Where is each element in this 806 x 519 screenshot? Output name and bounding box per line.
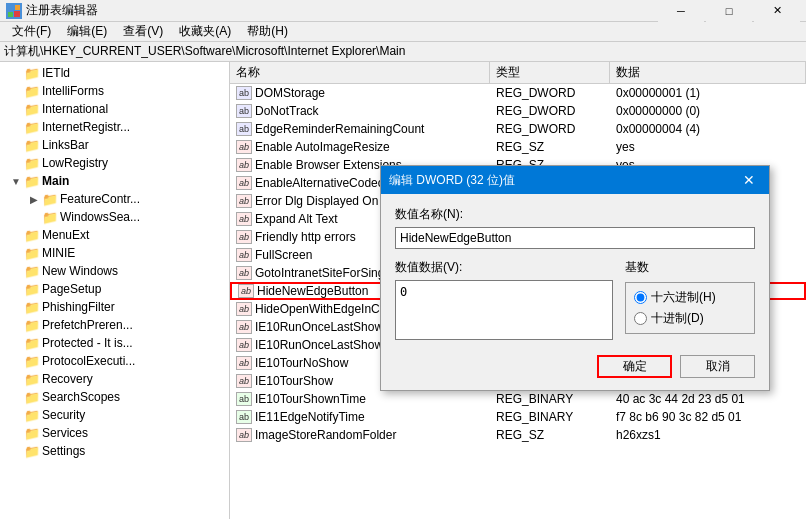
list-row[interactable]: ab IE10TourShownTime REG_BINARY 40 ac 3c… xyxy=(230,390,806,408)
menu-item-a[interactable]: 收藏夹(A) xyxy=(171,21,239,42)
cell-name: ab DoNotTrack xyxy=(230,104,490,118)
tree-label: Main xyxy=(42,174,69,188)
tree-item-main[interactable]: ▼📁Main xyxy=(0,172,229,190)
row-name-text: IE11EdgeNotifyTime xyxy=(255,410,365,424)
svg-rect-2 xyxy=(8,12,13,17)
sz-icon: ab xyxy=(236,248,252,262)
tree-item-phishingfilter[interactable]: 📁PhishingFilter xyxy=(0,298,229,316)
tree-label: PrefetchPreren... xyxy=(42,318,133,332)
folder-icon: 📁 xyxy=(24,66,40,80)
header-name[interactable]: 名称 xyxy=(230,62,490,83)
dec-radio-label[interactable]: 十进制(D) xyxy=(634,310,746,327)
hex-radio-label[interactable]: 十六进制(H) xyxy=(634,289,746,306)
dword-icon: ab xyxy=(236,104,252,118)
header-data[interactable]: 数据 xyxy=(610,62,806,83)
tree-item-security[interactable]: 📁Security xyxy=(0,406,229,424)
svg-rect-3 xyxy=(14,11,20,17)
radio-group: 十六进制(H) 十进制(D) xyxy=(625,282,755,334)
menu-item-h[interactable]: 帮助(H) xyxy=(239,21,296,42)
tree-item-protected[interactable]: 📁Protected - It is... xyxy=(0,334,229,352)
list-header: 名称 类型 数据 xyxy=(230,62,806,84)
sz-icon: ab xyxy=(236,212,252,226)
cell-data: 0x00000001 (1) xyxy=(610,86,806,100)
sz-icon: ab xyxy=(236,374,252,388)
header-type[interactable]: 类型 xyxy=(490,62,610,83)
folder-icon: 📁 xyxy=(24,354,40,368)
tree-item-windowssea[interactable]: 📁WindowsSea... xyxy=(0,208,229,226)
value-data-section: 数值数据(V): 0 xyxy=(395,259,613,343)
row-name-text: Enable AutoImageResize xyxy=(255,140,390,154)
tree-item-protocolexecuti[interactable]: 📁ProtocolExecuti... xyxy=(0,352,229,370)
dialog-close-button[interactable]: ✕ xyxy=(737,168,761,192)
cell-type: REG_SZ xyxy=(490,140,610,154)
edit-dword-dialog[interactable]: 编辑 DWORD (32 位)值 ✕ 数值名称(N): 数值数据(V): 0 基… xyxy=(380,165,770,391)
tree-panel[interactable]: 📁IETld📁IntelliForms📁International📁Intern… xyxy=(0,62,230,519)
list-row[interactable]: ab IE11EdgeNotifyTime REG_BINARY f7 8c b… xyxy=(230,408,806,426)
list-row[interactable]: ab Enable AutoImageResize REG_SZ yes xyxy=(230,138,806,156)
tree-label: Recovery xyxy=(42,372,93,386)
expand-icon: ▶ xyxy=(28,193,40,205)
base-section: 基数 十六进制(H) 十进制(D) xyxy=(625,259,755,334)
tree-item-prefetchpreren[interactable]: 📁PrefetchPreren... xyxy=(0,316,229,334)
cell-type: REG_SZ xyxy=(490,428,610,442)
tree-item-settings[interactable]: 📁Settings xyxy=(0,442,229,460)
value-data-input[interactable]: 0 xyxy=(395,280,613,340)
menu-item-f[interactable]: 文件(F) xyxy=(4,21,59,42)
list-row[interactable]: ab EdgeReminderRemainingCount REG_DWORD … xyxy=(230,120,806,138)
tree-item-services[interactable]: 📁Services xyxy=(0,424,229,442)
list-row[interactable]: ab DOMStorage REG_DWORD 0x00000001 (1) xyxy=(230,84,806,102)
cell-type: REG_BINARY xyxy=(490,410,610,424)
cancel-button[interactable]: 取消 xyxy=(680,355,755,378)
tree-item-newwindows[interactable]: 📁New Windows xyxy=(0,262,229,280)
tree-label: PageSetup xyxy=(42,282,101,296)
sz-icon: ab xyxy=(236,176,252,190)
tree-label: Security xyxy=(42,408,85,422)
cell-type: REG_DWORD xyxy=(490,122,610,136)
menu-item-e[interactable]: 编辑(E) xyxy=(59,21,115,42)
minimize-button[interactable]: ─ xyxy=(658,0,704,22)
tree-item-lowregistry[interactable]: 📁LowRegistry xyxy=(0,154,229,172)
row-name-text: ImageStoreRandomFolder xyxy=(255,428,396,442)
list-row[interactable]: ab ImageStoreRandomFolder REG_SZ h26xzs1 xyxy=(230,426,806,444)
folder-icon: 📁 xyxy=(24,372,40,386)
folder-icon: 📁 xyxy=(24,282,40,296)
tree-label: FeatureContr... xyxy=(60,192,140,206)
dialog-row: 数值数据(V): 0 基数 十六进制(H) 十进制(D) xyxy=(395,259,755,343)
tree-label: PhishingFilter xyxy=(42,300,115,314)
row-name-text: Friendly http errors xyxy=(255,230,356,244)
tree-label: IntelliForms xyxy=(42,84,104,98)
tree-label: InternetRegistr... xyxy=(42,120,130,134)
tree-label: LinksBar xyxy=(42,138,89,152)
sz-icon: ab xyxy=(236,356,252,370)
cell-data: 0x00000004 (4) xyxy=(610,122,806,136)
tree-item-searchscopes[interactable]: 📁SearchScopes xyxy=(0,388,229,406)
dialog-body: 数值名称(N): 数值数据(V): 0 基数 十六进制(H) xyxy=(381,194,769,390)
tree-item-ietld[interactable]: 📁IETld xyxy=(0,64,229,82)
tree-item-intelliforms[interactable]: 📁IntelliForms xyxy=(0,82,229,100)
cell-data: 0x00000000 (0) xyxy=(610,104,806,118)
tree-item-international[interactable]: 📁International xyxy=(0,100,229,118)
tree-item-recovery[interactable]: 📁Recovery xyxy=(0,370,229,388)
menu-item-v[interactable]: 查看(V) xyxy=(115,21,171,42)
tree-item-pagesetup[interactable]: 📁PageSetup xyxy=(0,280,229,298)
sz-icon: ab xyxy=(236,140,252,154)
hex-radio[interactable] xyxy=(634,291,647,304)
value-name-input[interactable] xyxy=(395,227,755,249)
dec-radio[interactable] xyxy=(634,312,647,325)
tree-label: Protected - It is... xyxy=(42,336,133,350)
folder-icon: 📁 xyxy=(24,84,40,98)
cell-type: REG_DWORD xyxy=(490,104,610,118)
tree-item-featurecontr[interactable]: ▶📁FeatureContr... xyxy=(0,190,229,208)
dec-radio-text: 十进制(D) xyxy=(651,310,704,327)
close-button[interactable]: ✕ xyxy=(754,0,800,22)
tree-item-minie[interactable]: 📁MINIE xyxy=(0,244,229,262)
tree-item-linksbar[interactable]: 📁LinksBar xyxy=(0,136,229,154)
tree-item-menuext[interactable]: 📁MenuExt xyxy=(0,226,229,244)
ok-button[interactable]: 确定 xyxy=(597,355,672,378)
list-row[interactable]: ab DoNotTrack REG_DWORD 0x00000000 (0) xyxy=(230,102,806,120)
tree-label: MINIE xyxy=(42,246,75,260)
tree-item-internetregistr[interactable]: 📁InternetRegistr... xyxy=(0,118,229,136)
address-text: 计算机\HKEY_CURRENT_USER\Software\Microsoft… xyxy=(4,43,405,60)
tree-label: WindowsSea... xyxy=(60,210,140,224)
maximize-button[interactable]: □ xyxy=(706,0,752,22)
